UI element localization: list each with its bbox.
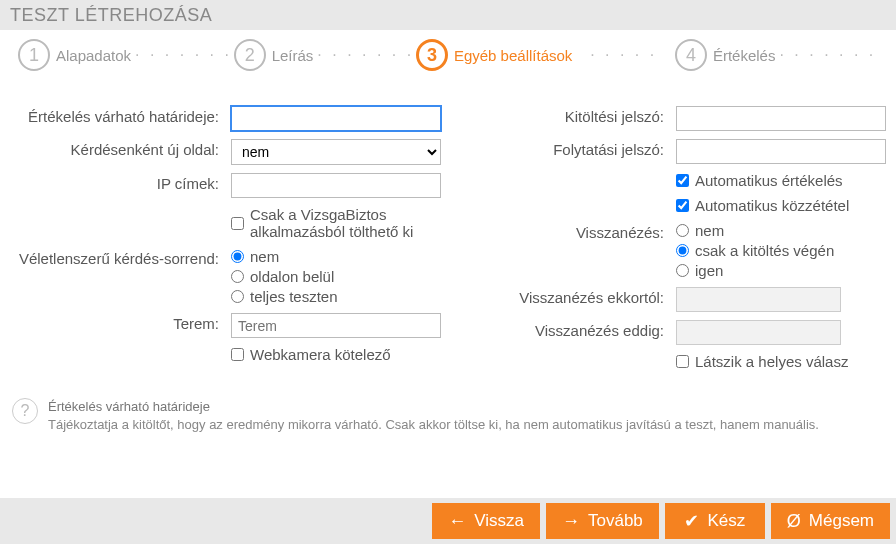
lookback-none[interactable]: nem xyxy=(676,222,886,239)
cancel-button[interactable]: ØMégsem xyxy=(771,503,890,539)
random-full[interactable]: teljes teszten xyxy=(231,288,441,305)
random-page[interactable]: oldalon belül xyxy=(231,268,441,285)
vizsgabiztos-checkbox-input[interactable] xyxy=(231,217,244,230)
step-1[interactable]: 1 Alapadatok xyxy=(18,39,131,71)
lookback-end[interactable]: csak a kitöltés végén xyxy=(676,242,886,259)
cont-pwd-label: Folytatási jelszó: xyxy=(461,137,676,158)
lookback-to-label: Visszanézés eddig: xyxy=(461,318,676,339)
cancel-icon: Ø xyxy=(787,511,801,532)
ip-input[interactable] xyxy=(231,173,441,198)
step-3-label: Egyéb beállítások xyxy=(454,47,572,64)
lookback-to-input xyxy=(676,320,841,345)
room-input[interactable] xyxy=(231,313,441,338)
ip-label: IP címek: xyxy=(16,171,231,192)
step-3-number: 3 xyxy=(416,39,448,71)
step-separator: · · · · · · · · · · xyxy=(775,46,878,64)
auto-publish-label: Automatikus közzététel xyxy=(695,197,849,214)
webcam-checkbox-input[interactable] xyxy=(231,348,244,361)
left-column: Értékelés várható határideje: Kérdésenké… xyxy=(16,104,441,376)
lookback-from-input xyxy=(676,287,841,312)
wizard-stepper: 1 Alapadatok · · · · · · · · · · 2 Leírá… xyxy=(0,30,896,80)
vizsgabiztos-label: Csak a VizsgaBiztos alkalmazásból tölthe… xyxy=(250,206,441,240)
deadline-label: Értékelés várható határideje: xyxy=(16,104,231,125)
step-separator: · · · · · xyxy=(572,46,675,64)
help-body: Tájékoztatja a kitöltőt, hogy az eredmén… xyxy=(48,416,819,434)
help-title: Értékelés várható határideje xyxy=(48,398,819,416)
lookback-from-label: Visszanézés ekkortól: xyxy=(461,285,676,306)
fill-pwd-label: Kitöltési jelszó: xyxy=(461,104,676,125)
step-separator: · · · · · · · · · · xyxy=(131,46,234,64)
fill-pwd-input[interactable] xyxy=(676,106,886,131)
arrow-right-icon: → xyxy=(562,511,580,532)
step-2-number: 2 xyxy=(234,39,266,71)
auto-publish-checkbox-input[interactable] xyxy=(676,199,689,212)
show-correct-checkbox-input[interactable] xyxy=(676,355,689,368)
page-header: TESZT LÉTREHOZÁSA xyxy=(0,0,896,30)
step-separator: · · · · · · · · · · xyxy=(313,46,416,64)
cont-pwd-input[interactable] xyxy=(676,139,886,164)
newpage-label: Kérdésenként új oldal: xyxy=(16,137,231,158)
room-label: Terem: xyxy=(16,311,231,332)
random-none[interactable]: nem xyxy=(231,248,441,265)
done-button[interactable]: ✔ Kész xyxy=(665,503,765,539)
right-column: Kitöltési jelszó: Folytatási jelszó: Aut… xyxy=(461,104,886,376)
help-panel: ? Értékelés várható határideje Tájékozta… xyxy=(4,392,892,440)
next-button[interactable]: → Tovább xyxy=(546,503,659,539)
wizard-footer: ← Vissza → Tovább ✔ Kész ØMégsem xyxy=(0,498,896,544)
lookback-label: Visszanézés: xyxy=(461,220,676,241)
deadline-input[interactable] xyxy=(231,106,441,131)
step-2[interactable]: 2 Leírás xyxy=(234,39,314,71)
step-3[interactable]: 3 Egyéb beállítások xyxy=(416,39,572,71)
form-area: Értékelés várható határideje: Kérdésenké… xyxy=(0,80,896,384)
auto-publish-checkbox[interactable]: Automatikus közzététel xyxy=(676,197,886,214)
show-correct-label: Látszik a helyes válasz xyxy=(695,353,848,370)
auto-eval-checkbox[interactable]: Automatikus értékelés xyxy=(676,172,886,189)
auto-eval-label: Automatikus értékelés xyxy=(695,172,843,189)
lookback-yes[interactable]: igen xyxy=(676,262,886,279)
help-icon: ? xyxy=(12,398,38,424)
step-1-number: 1 xyxy=(18,39,50,71)
back-button[interactable]: ← Vissza xyxy=(432,503,540,539)
arrow-left-icon: ← xyxy=(448,511,466,532)
step-2-label: Leírás xyxy=(272,47,314,64)
random-label: Véletlenszerű kérdés-sorrend: xyxy=(16,246,231,267)
auto-eval-checkbox-input[interactable] xyxy=(676,174,689,187)
help-text: Értékelés várható határideje Tájékoztatj… xyxy=(48,398,819,434)
page-title: TESZT LÉTREHOZÁSA xyxy=(10,5,212,26)
vizsgabiztos-checkbox[interactable]: Csak a VizsgaBiztos alkalmazásból tölthe… xyxy=(231,206,441,240)
step-4-label: Értékelés xyxy=(713,47,776,64)
step-4[interactable]: 4 Értékelés xyxy=(675,39,776,71)
newpage-select[interactable]: nem xyxy=(231,139,441,165)
show-correct-checkbox[interactable]: Látszik a helyes válasz xyxy=(676,353,886,370)
check-icon: ✔ xyxy=(684,510,699,532)
webcam-label: Webkamera kötelező xyxy=(250,346,391,363)
webcam-checkbox[interactable]: Webkamera kötelező xyxy=(231,346,441,363)
step-1-label: Alapadatok xyxy=(56,47,131,64)
step-4-number: 4 xyxy=(675,39,707,71)
